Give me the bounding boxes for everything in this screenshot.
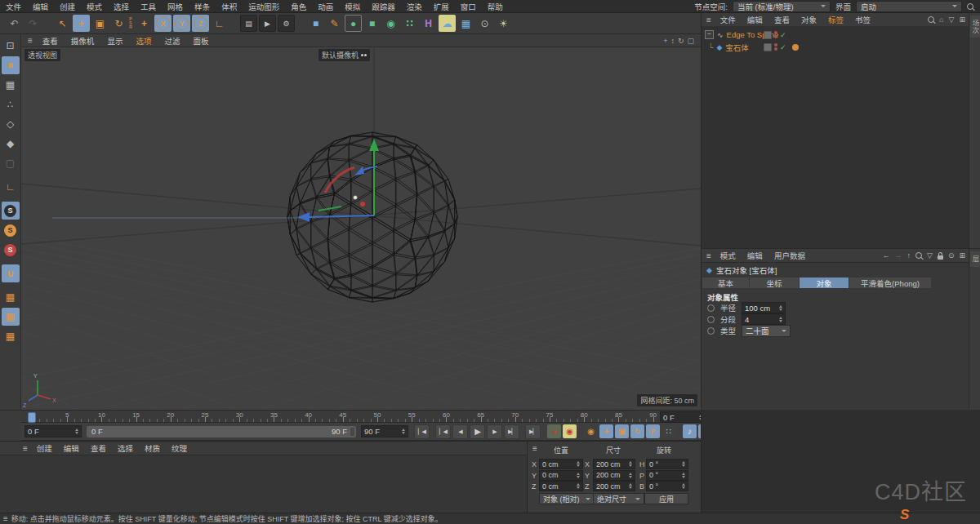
render-settings-icon[interactable]: ⚙ [278, 15, 295, 32]
psr-icon[interactable]: PSR [129, 15, 134, 32]
object-row[interactable]: └◆宝石体✓ [702, 41, 969, 53]
takes-side-tab[interactable]: 场次 [970, 16, 980, 38]
menu-icon[interactable] [23, 444, 28, 453]
record-position-button[interactable]: + [599, 424, 613, 438]
new-panel-icon[interactable]: ⊞ [959, 251, 965, 260]
menubar-item[interactable]: 帮助 [482, 1, 509, 12]
point-mode-icon[interactable]: ∴ [2, 95, 20, 113]
menubar-item[interactable]: 样条 [189, 1, 216, 12]
z-lock-icon[interactable]: Z [192, 15, 209, 32]
interface-dropdown[interactable]: 启动 [856, 1, 962, 12]
forward-icon[interactable]: → [894, 251, 902, 260]
add-cube-icon[interactable]: ■ [307, 15, 324, 32]
field-input[interactable]: 4 [742, 313, 786, 325]
object-manager-menu-item[interactable]: 标签 [822, 14, 849, 25]
deformer-icon[interactable]: ◉ [382, 15, 399, 32]
timeline-ruler[interactable]: 051015202530354045505560657075808590 0 F [21, 410, 701, 423]
menu-icon[interactable] [706, 16, 711, 24]
range-handle[interactable] [350, 428, 354, 436]
goto-end-button[interactable]: ▶▏ [525, 424, 541, 439]
spinner-icon[interactable] [574, 473, 580, 478]
render-view-icon[interactable]: ▤ [240, 15, 257, 32]
spline-pen-icon[interactable]: ✎ [326, 15, 343, 32]
home-icon[interactable]: ⌂ [939, 16, 943, 24]
visibility-dots-icon[interactable] [774, 43, 777, 51]
spinner-icon[interactable] [399, 429, 405, 434]
record-pla-button[interactable]: ∷ [662, 424, 675, 438]
parameter-circle-icon[interactable] [707, 327, 715, 335]
menubar-item[interactable]: 扩展 [428, 1, 455, 12]
polygon-mode-icon[interactable]: ◆ [2, 135, 20, 153]
snap-enable-icon[interactable]: S [2, 202, 20, 220]
axis-modify-icon[interactable]: + [136, 15, 153, 32]
menubar-item[interactable]: 运动图形 [243, 1, 285, 12]
maximize-icon[interactable]: ▢ [687, 37, 694, 45]
scene-camera-icon[interactable]: ⊙ [476, 15, 493, 32]
workplane-axis-icon[interactable]: ∟ [2, 178, 20, 196]
menubar-item[interactable]: 角色 [285, 1, 312, 12]
parameter-circle-icon[interactable] [707, 304, 715, 312]
filter-icon[interactable]: ▽ [949, 16, 955, 24]
viewport-menu-item[interactable]: 面板 [186, 35, 215, 47]
preview-range-slider[interactable]: 0 F 90 F [87, 426, 356, 437]
playhead[interactable] [28, 412, 36, 423]
next-frame-button[interactable]: ▶ [487, 424, 502, 439]
camera-label[interactable]: 默认摄像机 [318, 49, 370, 61]
dolly-icon[interactable]: ↕ [670, 37, 675, 45]
viewport-menu-item[interactable]: 摄像机 [65, 35, 101, 47]
layer-box-icon[interactable] [764, 43, 772, 51]
rotate-tool-icon[interactable]: ↻ [110, 15, 127, 32]
mograph-cloner-icon[interactable]: ∷ [401, 15, 418, 32]
play-button[interactable]: ▶ [470, 424, 485, 439]
layer-box-icon[interactable] [764, 31, 772, 39]
lock-icon[interactable] [938, 255, 943, 260]
spinner-icon[interactable] [679, 473, 685, 478]
menubar-item[interactable]: 动画 [312, 1, 339, 12]
material-menu-item[interactable]: 选择 [112, 442, 139, 454]
rotation-field[interactable]: 0 ° [646, 459, 688, 469]
autokey-button[interactable]: ◉ [563, 424, 577, 438]
size-field[interactable]: 200 cm [593, 470, 635, 481]
workplane-grid-icon[interactable]: ▦ [2, 288, 20, 306]
orbit-icon[interactable]: ↻ [678, 37, 684, 45]
menubar-item[interactable]: 跟踪器 [366, 1, 401, 12]
menubar-item[interactable]: 工具 [135, 1, 162, 12]
lock-workplane-icon[interactable]: ▦ [2, 308, 20, 326]
coord-system-icon[interactable]: ∟ [211, 15, 228, 32]
rotation-field[interactable]: 0 ° [646, 481, 688, 491]
position-field[interactable]: 0 cm [539, 470, 583, 481]
workplane-mode-icon[interactable]: ▦ [2, 327, 20, 345]
edge-mode-icon[interactable]: ◇ [2, 115, 20, 133]
x-lock-icon[interactable]: X [154, 15, 172, 32]
filter-icon[interactable]: ▽ [927, 251, 933, 260]
object-manager-menu-item[interactable]: 书签 [849, 14, 876, 25]
view-label[interactable]: 透视视图 [24, 49, 60, 61]
add-panel-icon[interactable]: ⊞ [959, 16, 965, 24]
attribute-menu-item[interactable]: 编辑 [742, 250, 768, 261]
viewport-menu-item[interactable]: 查看 [36, 35, 65, 47]
generator-icon[interactable]: ■ [363, 15, 381, 32]
move-tool-icon[interactable]: + [73, 15, 90, 32]
search-icon[interactable] [967, 3, 973, 10]
spinner-icon[interactable] [574, 483, 580, 489]
viewport-canvas[interactable]: YXZ 透视视图 默认摄像机 网格间距: 50 cm [21, 47, 701, 410]
attribute-tab[interactable]: 对象 [800, 278, 849, 288]
subdivision-surface-icon[interactable]: ● [345, 15, 362, 32]
prev-frame-button[interactable]: ◀ [452, 424, 468, 439]
object-tag-icon[interactable] [792, 44, 799, 51]
spinner-icon[interactable] [626, 461, 632, 467]
menubar-item[interactable]: 文件 [0, 1, 27, 12]
viewport-menu-item[interactable]: 显示 [100, 35, 129, 47]
spinner-icon[interactable] [574, 461, 580, 467]
spinner-icon[interactable] [73, 429, 78, 434]
pan-icon[interactable]: + [663, 37, 667, 45]
menubar-item[interactable]: 体积 [216, 1, 243, 12]
object-manager-menu-item[interactable]: 文件 [715, 14, 742, 25]
record-parameter-button[interactable]: Ⓟ [646, 424, 660, 438]
spinner-icon[interactable] [679, 461, 685, 467]
texture-mode-icon[interactable]: ▦ [2, 76, 20, 94]
tweak-mode-icon[interactable]: ▢ [2, 154, 20, 172]
material-menu-item[interactable]: 查看 [85, 442, 112, 454]
keyframe-selection-button[interactable]: ◉ [584, 424, 598, 438]
material-menu-item[interactable]: 创建 [31, 442, 58, 454]
